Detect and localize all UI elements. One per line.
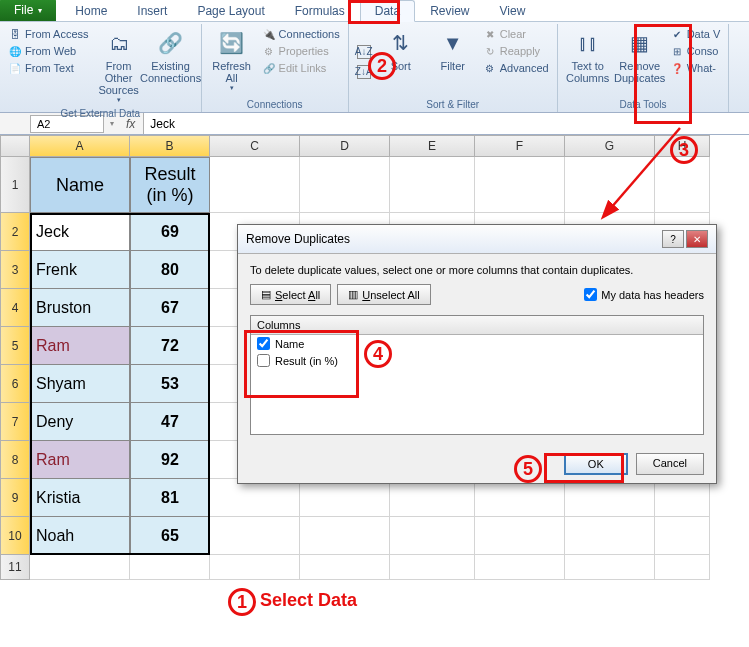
cell-H1[interactable] — [655, 157, 710, 213]
refresh-all-button[interactable]: 🔄Refresh All▾ — [208, 26, 256, 97]
cell-E10[interactable] — [390, 517, 475, 555]
cell-B11[interactable] — [130, 555, 210, 580]
cell-B8[interactable]: 92 — [130, 441, 210, 479]
row-header-11[interactable]: 11 — [0, 555, 30, 580]
formula-input[interactable]: Jeck — [143, 113, 749, 134]
row-header-2[interactable]: 2 — [0, 213, 30, 251]
cell-B4[interactable]: 67 — [130, 289, 210, 327]
cell-C11[interactable] — [210, 555, 300, 580]
cell-G1[interactable] — [565, 157, 655, 213]
existing-connections-button[interactable]: 🔗Existing Connections — [147, 26, 195, 106]
tab-page-layout[interactable]: Page Layout — [182, 0, 279, 21]
row-header-8[interactable]: 8 — [0, 441, 30, 479]
cell-H10[interactable] — [655, 517, 710, 555]
reapply-button[interactable]: ↻Reapply — [481, 43, 551, 59]
cell-B2[interactable]: 69 — [130, 213, 210, 251]
properties-button[interactable]: ⚙Properties — [260, 43, 342, 59]
column-header-G[interactable]: G — [565, 135, 655, 157]
headers-check-input[interactable] — [584, 288, 597, 301]
cell-B9[interactable]: 81 — [130, 479, 210, 517]
cell-B5[interactable]: 72 — [130, 327, 210, 365]
col-result-check[interactable] — [257, 354, 270, 367]
cell-A7[interactable]: Deny — [30, 403, 130, 441]
close-button[interactable]: ✕ — [686, 230, 708, 248]
row-header-4[interactable]: 4 — [0, 289, 30, 327]
tab-data[interactable]: Data — [360, 0, 415, 22]
column-header-E[interactable]: E — [390, 135, 475, 157]
column-header-B[interactable]: B — [130, 135, 210, 157]
from-web-button[interactable]: 🌐From Web — [6, 43, 91, 59]
columns-listbox[interactable]: Columns Name Result (in %) — [250, 315, 704, 435]
connections-button[interactable]: 🔌Connections — [260, 26, 342, 42]
sort-desc-button[interactable]: Z↓A — [355, 64, 373, 80]
sort-asc-button[interactable]: A↓Z — [355, 44, 373, 60]
cell-H11[interactable] — [655, 555, 710, 580]
cell-F10[interactable] — [475, 517, 565, 555]
edit-links-button[interactable]: 🔗Edit Links — [260, 60, 342, 76]
column-item-name[interactable]: Name — [251, 335, 703, 352]
row-header-3[interactable]: 3 — [0, 251, 30, 289]
unselect-all-button[interactable]: ▥Unselect All — [337, 284, 430, 305]
column-header-F[interactable]: F — [475, 135, 565, 157]
cell-H9[interactable] — [655, 479, 710, 517]
cell-E9[interactable] — [390, 479, 475, 517]
cell-A9[interactable]: Kristia — [30, 479, 130, 517]
cell-B7[interactable]: 47 — [130, 403, 210, 441]
filter-button[interactable]: ▼Filter — [429, 26, 477, 97]
column-header-A[interactable]: A — [30, 135, 130, 157]
column-header-H[interactable]: H — [655, 135, 710, 157]
cell-D9[interactable] — [300, 479, 390, 517]
cell-A10[interactable]: Noah — [30, 517, 130, 555]
cell-A1[interactable]: Name — [30, 157, 130, 213]
cell-D10[interactable] — [300, 517, 390, 555]
cell-C1[interactable] — [210, 157, 300, 213]
row-header-10[interactable]: 10 — [0, 517, 30, 555]
cancel-button[interactable]: Cancel — [636, 453, 704, 475]
tab-formulas[interactable]: Formulas — [280, 0, 360, 21]
column-header-C[interactable]: C — [210, 135, 300, 157]
row-header-7[interactable]: 7 — [0, 403, 30, 441]
tab-home[interactable]: Home — [60, 0, 122, 21]
row-header-6[interactable]: 6 — [0, 365, 30, 403]
cell-G11[interactable] — [565, 555, 655, 580]
cell-A6[interactable]: Shyam — [30, 365, 130, 403]
cell-A11[interactable] — [30, 555, 130, 580]
from-other-sources-button[interactable]: 🗂From Other Sources▾ — [95, 26, 143, 106]
advanced-button[interactable]: ⚙Advanced — [481, 60, 551, 76]
from-access-button[interactable]: 🗄From Access — [6, 26, 91, 42]
data-validation-button[interactable]: ✔Data V — [668, 26, 723, 42]
cell-C9[interactable] — [210, 479, 300, 517]
cell-C10[interactable] — [210, 517, 300, 555]
cell-B6[interactable]: 53 — [130, 365, 210, 403]
cell-G10[interactable] — [565, 517, 655, 555]
cell-A5[interactable]: Ram — [30, 327, 130, 365]
cell-F1[interactable] — [475, 157, 565, 213]
clear-button[interactable]: ✖Clear — [481, 26, 551, 42]
column-item-result[interactable]: Result (in %) — [251, 352, 703, 369]
cell-F11[interactable] — [475, 555, 565, 580]
row-header-5[interactable]: 5 — [0, 327, 30, 365]
cell-D1[interactable] — [300, 157, 390, 213]
remove-duplicates-button[interactable]: ▦Remove Duplicates — [616, 26, 664, 97]
cell-E11[interactable] — [390, 555, 475, 580]
from-text-button[interactable]: 📄From Text — [6, 60, 91, 76]
tab-insert[interactable]: Insert — [122, 0, 182, 21]
tab-review[interactable]: Review — [415, 0, 484, 21]
column-header-D[interactable]: D — [300, 135, 390, 157]
cell-A2[interactable]: Jeck — [30, 213, 130, 251]
cell-A8[interactable]: Ram — [30, 441, 130, 479]
cell-B3[interactable]: 80 — [130, 251, 210, 289]
consolidate-button[interactable]: ⊞Conso — [668, 43, 723, 59]
cell-A4[interactable]: Bruston — [30, 289, 130, 327]
cell-B10[interactable]: 65 — [130, 517, 210, 555]
cell-F9[interactable] — [475, 479, 565, 517]
select-all-button[interactable]: ▤Select All — [250, 284, 331, 305]
tab-view[interactable]: View — [485, 0, 541, 21]
row-header-1[interactable]: 1 — [0, 157, 30, 213]
file-tab[interactable]: File▾ — [0, 0, 56, 21]
sort-button[interactable]: ⇅Sort — [377, 26, 425, 97]
help-button[interactable]: ? — [662, 230, 684, 248]
cell-A3[interactable]: Frenk — [30, 251, 130, 289]
cell-B1[interactable]: Result (in %) — [130, 157, 210, 213]
cell-E1[interactable] — [390, 157, 475, 213]
